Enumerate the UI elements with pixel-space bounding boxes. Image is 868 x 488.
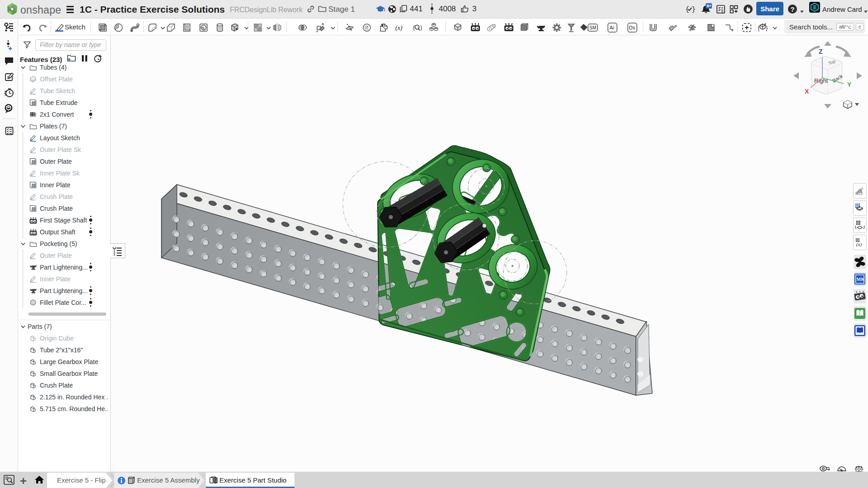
svg-text:Ds: Ds xyxy=(629,25,636,30)
svg-text:9+: 9+ xyxy=(707,4,711,8)
svg-text:Ai: Ai xyxy=(610,25,614,30)
svg-text:SM: SM xyxy=(589,25,596,30)
svg-text:X: X xyxy=(805,88,809,95)
svg-text:}: } xyxy=(692,6,695,14)
svg-text:}: } xyxy=(766,24,768,31)
svg-text:MK: MK xyxy=(857,277,865,282)
svg-text:(x): (x) xyxy=(856,242,862,247)
svg-text:Y: Y xyxy=(847,81,852,88)
svg-text:): ) xyxy=(420,24,422,31)
svg-text:Z: Z xyxy=(819,48,823,55)
svg-text:?: ? xyxy=(791,5,795,13)
svg-text:{: { xyxy=(758,24,760,31)
svg-text:(x): (x) xyxy=(395,24,403,32)
svg-text:(: ( xyxy=(413,24,415,31)
